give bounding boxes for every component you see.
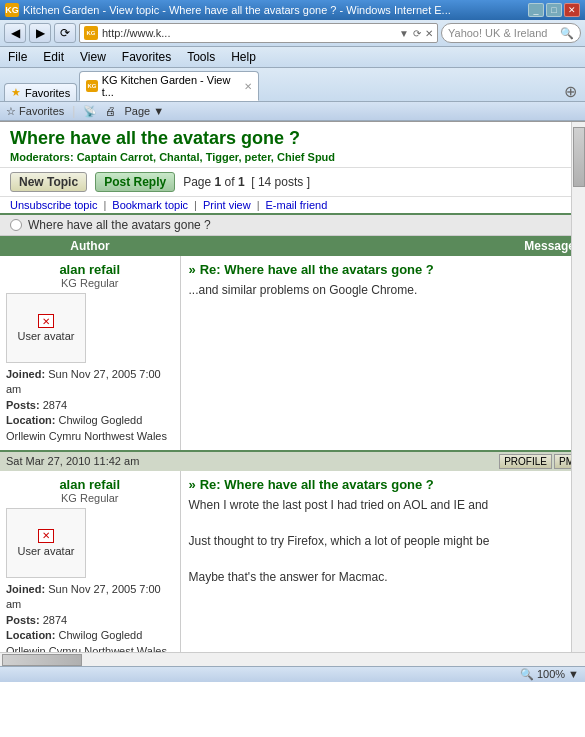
forward-button[interactable]: ▶ (29, 23, 51, 43)
author-rank-1: KG Regular (6, 492, 174, 504)
menu-file[interactable]: File (6, 49, 29, 65)
refresh-button[interactable]: ⟳ (54, 23, 76, 43)
post-timestamp-row-0: Sat Mar 27, 2010 11:42 am PROFILE PM (0, 451, 585, 471)
tab-active[interactable]: KG KG Kitchen Garden - View t... ✕ (79, 71, 259, 101)
post-message-cell-1: » Re: Where have all the avatars gone ? … (180, 471, 585, 652)
post-author-cell-1: alan refail KG Regular ✕ User avatar Joi… (0, 471, 180, 652)
reply-arrow-icon-1: » (189, 477, 196, 492)
horizontal-scrollbar[interactable] (0, 652, 585, 666)
window-title: Kitchen Garden - View topic - Where have… (23, 4, 524, 16)
moderator-1[interactable]: Chantal (159, 151, 199, 163)
search-icon[interactable]: 🔍 (560, 27, 574, 40)
tabs-bar: ★ Favorites KG KG Kitchen Garden - View … (0, 68, 585, 102)
menu-help[interactable]: Help (229, 49, 258, 65)
stop-icon: ✕ (425, 28, 433, 39)
email-friend-link[interactable]: E-mail friend (266, 199, 328, 211)
page-title: Where have all the avatars gone ? (10, 128, 575, 149)
browser-icon: KG (5, 3, 19, 17)
moderator-4[interactable]: Chief Spud (277, 151, 335, 163)
new-tab-button[interactable]: ⊕ (560, 82, 581, 101)
site-icon: KG (84, 26, 98, 40)
page-button[interactable]: Page ▼ (124, 105, 164, 117)
maximize-button[interactable]: □ (546, 3, 562, 17)
favorites-cmd-button[interactable]: ☆ Favorites (6, 105, 64, 118)
menu-tools[interactable]: Tools (185, 49, 217, 65)
print-view-link[interactable]: Print view (203, 199, 251, 211)
avatar-text-1: User avatar (18, 545, 75, 557)
print-button[interactable]: 🖨 (105, 105, 116, 117)
minimize-button[interactable]: _ (528, 3, 544, 17)
moderator-2[interactable]: Tigger (206, 151, 239, 163)
table-row: alan refail KG Regular ✕ User avatar Joi… (0, 471, 585, 652)
reply-arrow-icon-0: » (189, 262, 196, 277)
command-bar: ☆ Favorites | 📡 🖨 Page ▼ (0, 102, 585, 121)
post-title-0: » Re: Where have all the avatars gone ? (189, 262, 578, 277)
address-bar[interactable]: KG http://www.k... ▼ ⟳ ✕ (79, 23, 438, 43)
author-meta-0: Joined: Sun Nov 27, 2005 7:00 am Posts: … (6, 367, 174, 444)
post-title-1: » Re: Where have all the avatars gone ? (189, 477, 578, 492)
scroll-thumb[interactable] (573, 127, 585, 187)
menu-view[interactable]: View (78, 49, 108, 65)
address-go-icon: ▼ (399, 28, 409, 39)
broken-image-icon-1: ✕ (38, 529, 54, 543)
search-bar[interactable]: Yahoo! UK & Ireland 🔍 (441, 23, 581, 43)
post-timestamp-0: Sat Mar 27, 2010 11:42 am PROFILE PM (0, 452, 585, 471)
h-scroll-thumb[interactable] (2, 654, 82, 666)
moderator-3[interactable]: peter (245, 151, 271, 163)
author-meta-1: Joined: Sun Nov 27, 2005 7:00 am Posts: … (6, 582, 174, 652)
col-author-header: Author (0, 236, 180, 256)
page-header: Where have all the avatars gone ? Modera… (0, 122, 585, 168)
post-message-cell-0: » Re: Where have all the avatars gone ? … (180, 256, 585, 451)
post-buttons-0: PROFILE PM (499, 454, 579, 469)
page-content: Where have all the avatars gone ? Modera… (0, 122, 585, 652)
post-body-0: ...and similar problems on Google Chrome… (189, 281, 578, 299)
unsubscribe-link[interactable]: Unsubscribe topic (10, 199, 97, 211)
menu-bar: File Edit View Favorites Tools Help (0, 47, 585, 68)
tab-site-icon: KG (86, 80, 97, 92)
star-icon: ★ (11, 86, 21, 99)
avatar-1: ✕ User avatar (6, 508, 86, 578)
new-topic-button[interactable]: New Topic (10, 172, 87, 192)
window-controls: _ □ ✕ (528, 3, 580, 17)
menu-edit[interactable]: Edit (41, 49, 66, 65)
refresh-icon: ⟳ (413, 28, 421, 39)
post-reply-button[interactable]: Post Reply (95, 172, 175, 192)
zoom-level: 🔍 100% ▼ (520, 668, 579, 681)
moderators-label: Moderators: (10, 151, 74, 163)
author-name-0[interactable]: alan refail (6, 262, 174, 277)
tab-active-label: KG Kitchen Garden - View t... (102, 74, 239, 98)
posts-table: Author Message alan refail KG Regular ✕ … (0, 236, 585, 652)
table-row: alan refail KG Regular ✕ User avatar Joi… (0, 256, 585, 451)
title-bar: KG Kitchen Garden - View topic - Where h… (0, 0, 585, 20)
post-author-cell-0: alan refail KG Regular ✕ User avatar Joi… (0, 256, 180, 451)
topic-title-text: Where have all the avatars gone ? (28, 218, 211, 232)
topic-links: Unsubscribe topic | Bookmark topic | Pri… (0, 197, 585, 215)
menu-favorites[interactable]: Favorites (120, 49, 173, 65)
profile-button-0[interactable]: PROFILE (499, 454, 552, 469)
close-button[interactable]: ✕ (564, 3, 580, 17)
page-info: Page 1 of 1 [ 14 posts ] (183, 175, 310, 189)
tab-close-icon[interactable]: ✕ (244, 81, 252, 92)
tab-favorites-label: Favorites (25, 87, 70, 99)
address-text: http://www.k... (102, 27, 395, 39)
status-bar: 🔍 100% ▼ (0, 666, 585, 682)
topic-icon (10, 219, 22, 231)
avatar-text-0: User avatar (18, 330, 75, 342)
post-body-1: When I wrote the last post I had tried o… (189, 496, 578, 586)
moderators-line: Moderators: Captain Carrot, Chantal, Tig… (10, 151, 575, 163)
feeds-button[interactable]: 📡 (83, 105, 97, 118)
search-placeholder: Yahoo! UK & Ireland (448, 27, 557, 39)
navigation-bar: ◀ ▶ ⟳ KG http://www.k... ▼ ⟳ ✕ Yahoo! UK… (0, 20, 585, 47)
broken-image-icon-0: ✕ (38, 314, 54, 328)
back-button[interactable]: ◀ (4, 23, 26, 43)
tab-favorites[interactable]: ★ Favorites (4, 83, 77, 101)
topic-title-row: Where have all the avatars gone ? (0, 215, 585, 236)
author-name-1[interactable]: alan refail (6, 477, 174, 492)
col-message-header: Message (180, 236, 585, 256)
moderator-0[interactable]: Captain Carrot (77, 151, 153, 163)
avatar-0: ✕ User avatar (6, 293, 86, 363)
topic-actions: New Topic Post Reply Page 1 of 1 [ 14 po… (0, 168, 585, 197)
author-rank-0: KG Regular (6, 277, 174, 289)
vertical-scrollbar[interactable] (571, 122, 585, 652)
bookmark-link[interactable]: Bookmark topic (112, 199, 188, 211)
